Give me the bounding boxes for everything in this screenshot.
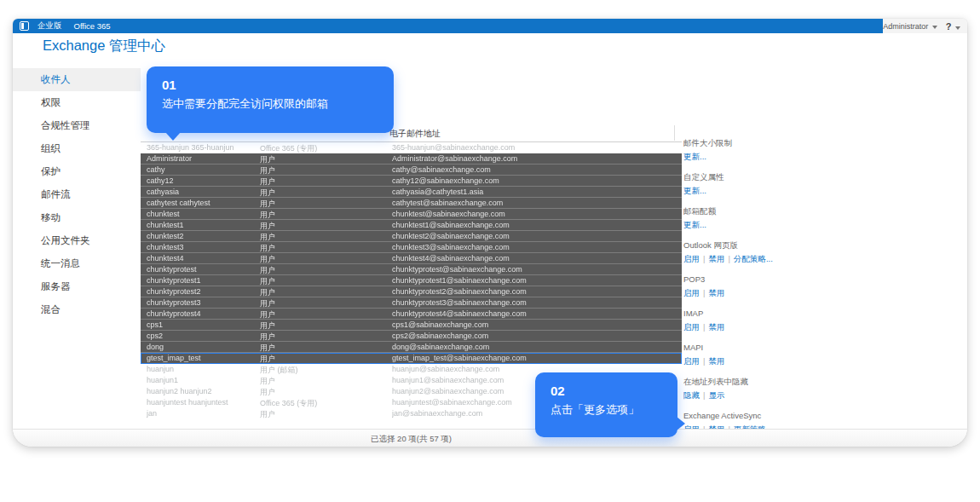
- column-separator: [674, 125, 675, 141]
- tutorial-step-text: 选中需要分配完全访问权限的邮箱: [162, 95, 378, 113]
- recipient-name-cell: cps2: [147, 332, 257, 340]
- detail-link-mapi-disable[interactable]: 禁用: [708, 356, 724, 366]
- table-row[interactable]: cathy用户cathy@sabinaexchange.com: [141, 164, 682, 176]
- table-row[interactable]: chunktest用户chunktest@sabinaexchange.com: [141, 209, 682, 220]
- recipient-email-cell: chunktyprotest4@sabinaexchange.com: [392, 309, 673, 318]
- sidebar-item-unified-messaging[interactable]: 统一消息: [13, 252, 141, 275]
- detail-link-outlook-web-app-disable[interactable]: 禁用: [708, 254, 724, 263]
- table-row[interactable]: chunktyprotest1用户chunktyprotest1@sabinae…: [141, 275, 682, 286]
- recipient-name-cell: chunktest1: [147, 221, 257, 229]
- office-365-topbar: 企业版 Office 365: [13, 19, 883, 33]
- recipient-name-cell: cathy12: [147, 176, 257, 185]
- detail-group-message-size-restrictions: 邮件大小限制更新...: [683, 138, 892, 162]
- sidebar-item-servers[interactable]: 服务器: [13, 275, 141, 298]
- recipient-name-cell: huanjun1: [147, 376, 257, 384]
- detail-label-mapi: MAPI: [683, 343, 892, 353]
- sidebar-item-compliance-management[interactable]: 合规性管理: [13, 114, 141, 137]
- detail-link-custom-attributes-update[interactable]: 更新...: [683, 186, 706, 195]
- table-row[interactable]: 365-huanjun 365-huanjunOffice 365 (专用)36…: [141, 142, 682, 153]
- sidebar-item-recipients[interactable]: 收件人: [13, 68, 141, 91]
- sidebar-item-protection[interactable]: 保护: [13, 160, 141, 183]
- recipient-name-cell: huanjuntest huanjuntest: [147, 398, 257, 407]
- detail-group-pop3: POP3启用|禁用: [683, 274, 892, 298]
- table-row[interactable]: chunktest2用户chunktest2@sabinaexchange.co…: [141, 231, 682, 242]
- sidebar-item-mobile[interactable]: 移动: [13, 206, 141, 229]
- recipient-email-cell: chunktyprotest@sabinaexchange.com: [392, 265, 673, 274]
- recipient-name-cell: cathy: [147, 165, 257, 174]
- recipient-email-cell: Administrator@sabinaexchange.com: [392, 154, 673, 163]
- recipient-email-cell: chunktest1@sabinaexchange.com: [392, 221, 673, 229]
- help-icon: ?: [946, 21, 952, 32]
- recipient-email-cell: gtest_imap_test@sabinaexchange.com: [392, 354, 673, 362]
- detail-link-pop3-enable[interactable]: 启用: [683, 288, 700, 297]
- detail-label-outlook-web-app: Outlook 网页版: [683, 240, 892, 251]
- recipient-name-cell: 365-huanjun 365-huanjun: [147, 143, 257, 152]
- recipient-name-cell: chunktest4: [147, 254, 257, 263]
- table-row[interactable]: chunktyprotest用户chunktyprotest@sabinaexc…: [141, 264, 682, 275]
- sidebar-item-mail-flow[interactable]: 邮件流: [13, 183, 141, 206]
- office-365-logo-icon: [20, 21, 29, 31]
- recipient-email-cell: 365-huanjun@sabinaexchange.com: [392, 143, 673, 152]
- link-separator: |: [703, 390, 705, 400]
- recipient-name-cell: chunktest: [147, 210, 257, 218]
- table-row[interactable]: chunktyprotest3用户chunktyprotest3@sabinae…: [141, 297, 682, 309]
- chevron-down-icon: [955, 26, 960, 30]
- detail-link-mapi-enable[interactable]: 启用: [683, 356, 700, 366]
- help-menu[interactable]: ?: [941, 21, 960, 32]
- sidebar-item-organization[interactable]: 组织: [13, 137, 141, 160]
- table-row[interactable]: dong用户dong@sabinaexchange.com: [141, 342, 682, 353]
- detail-link-imap-disable[interactable]: 禁用: [708, 322, 724, 332]
- detail-link-outlook-web-app-assign-policy[interactable]: 分配策略...: [734, 254, 773, 263]
- detail-link-pop3-disable[interactable]: 禁用: [708, 288, 724, 297]
- tutorial-step-number: 01: [162, 77, 378, 94]
- detail-group-outlook-web-app: Outlook 网页版启用|禁用|分配策略...: [683, 240, 892, 264]
- detail-group-mapi: MAPI启用|禁用: [683, 343, 892, 366]
- detail-link-mailbox-quota-update[interactable]: 更新...: [683, 220, 706, 229]
- table-row[interactable]: gtest_imap_test用户gtest_imap_test@sabinae…: [141, 353, 682, 364]
- table-row[interactable]: Administrator用户Administrator@sabinaexcha…: [141, 153, 682, 164]
- recipient-email-cell: chunktest2@sabinaexchange.com: [392, 232, 673, 240]
- column-header-email[interactable]: 电子邮件地址: [389, 128, 441, 140]
- recipient-name-cell: cathytest cathytest: [147, 199, 257, 207]
- recipient-email-cell: cathy12@sabinaexchange.com: [392, 176, 673, 185]
- detail-link-hide-from-address-lists-hide[interactable]: 隐藏: [683, 390, 700, 400]
- detail-label-message-size-restrictions: 邮件大小限制: [683, 138, 892, 148]
- callout-tail-down-icon: [165, 132, 181, 141]
- table-row[interactable]: cathy12用户cathy12@sabinaexchange.com: [141, 176, 682, 187]
- link-separator: |: [703, 288, 705, 297]
- detail-link-hide-from-address-lists-show[interactable]: 显示: [708, 390, 724, 400]
- detail-label-mailbox-quota: 邮箱配额: [683, 206, 892, 216]
- topbar-user-area: Administrator ?: [883, 19, 967, 33]
- recipient-name-cell: chunktyprotest: [147, 265, 257, 274]
- detail-label-exchange-activesync: Exchange ActiveSync: [683, 411, 892, 421]
- recipient-name-cell: chunktyprotest3: [147, 298, 257, 307]
- recipient-email-cell: chunktyprotest2@sabinaexchange.com: [392, 287, 673, 296]
- sidebar-item-permissions[interactable]: 权限: [13, 91, 141, 114]
- user-menu[interactable]: Administrator: [883, 22, 937, 31]
- detail-link-imap-enable[interactable]: 启用: [683, 322, 700, 332]
- detail-link-outlook-web-app-enable[interactable]: 启用: [683, 254, 700, 263]
- recipient-email-cell: chunktyprotest3@sabinaexchange.com: [392, 298, 673, 307]
- detail-link-message-size-restrictions-update[interactable]: 更新...: [683, 152, 706, 161]
- table-row[interactable]: chunktest4用户chunktest4@sabinaexchange.co…: [141, 253, 682, 264]
- table-row[interactable]: cps1用户cps1@sabinaexchange.com: [141, 320, 682, 331]
- table-row[interactable]: chunktyprotest2用户chunktyprotest2@sabinae…: [141, 286, 682, 297]
- recipient-name-cell: Administrator: [147, 154, 257, 163]
- user-menu-label: Administrator: [883, 22, 928, 31]
- sidebar-item-hybrid[interactable]: 混合: [13, 298, 141, 321]
- recipient-name-cell: chunktest2: [147, 232, 257, 240]
- table-row[interactable]: cathyasia用户cathyasia@cathytest1.asia: [141, 187, 682, 198]
- sidebar-item-public-folders[interactable]: 公用文件夹: [13, 229, 141, 252]
- table-row[interactable]: chunktyprotest4用户chunktyprotest4@sabinae…: [141, 309, 682, 320]
- recipient-name-cell: huanjun: [147, 365, 257, 373]
- recipient-name-cell: chunktyprotest2: [147, 287, 257, 296]
- table-row[interactable]: cathytest cathytest用户cathytest@sabinaexc…: [141, 198, 682, 209]
- table-row[interactable]: chunktest1用户chunktest1@sabinaexchange.co…: [141, 220, 682, 231]
- table-row[interactable]: chunktest3用户chunktest3@sabinaexchange.co…: [141, 242, 682, 253]
- table-row[interactable]: cps2用户cps2@sabinaexchange.com: [141, 331, 682, 342]
- recipient-name-cell: chunktest3: [147, 243, 257, 251]
- detail-group-hide-from-address-lists: 在地址列表中隐藏隐藏|显示: [683, 377, 892, 401]
- detail-group-mailbox-quota: 邮箱配额更新...: [683, 206, 892, 230]
- detail-group-custom-attributes: 自定义属性更新...: [683, 172, 892, 196]
- tutorial-step-text: 点击「更多选项」: [551, 401, 662, 418]
